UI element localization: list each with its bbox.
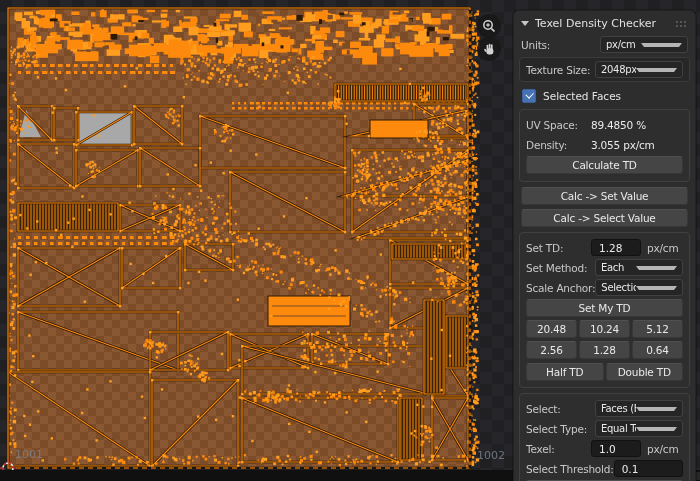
set-td-unit: px/cm [641,242,683,254]
chevron-down-icon [636,427,677,431]
half-td-button[interactable]: Half TD [526,363,604,381]
select-type-dropdown[interactable]: Equal To [595,420,683,437]
density-label: Density: [526,139,591,151]
set-td-box: Set TD: 1.28 px/cm Set Method: Each Scal… [519,232,690,388]
texel-label: Texel: [526,443,591,455]
collapse-chevron-icon[interactable] [521,21,529,26]
chevron-down-icon [641,43,682,47]
zoom-gizmo-button[interactable] [477,14,501,38]
set-method-value: Each [601,262,636,273]
select-box: Select: Faces (By Texel) Select Type: Eq… [519,393,690,481]
udim-tile-label-1001: 1001 [15,448,43,461]
uv-editor: 1001 1002 Texel Density Chec [0,0,700,481]
drag-handle-icon[interactable] [675,20,688,27]
selected-faces-label: Selected Faces [543,90,621,102]
chevron-down-icon [636,407,677,411]
checkmark-icon [525,90,533,98]
panel-title: Texel Density Checker [535,17,675,30]
uv-space-label: UV Space: [526,119,591,131]
preset-td-button-5-12[interactable]: 5.12 [632,320,683,338]
select-threshold-label: Select Threshold: [526,463,614,475]
texture-size-dropdown[interactable]: 2048px [595,61,683,78]
select-value: Faces (By Texel) [601,403,636,414]
select-type-label: Select Type: [526,423,595,435]
scale-anchor-label: Scale Anchor: [526,282,595,294]
texel-input[interactable]: 1.0 [591,440,641,457]
chevron-down-icon [636,68,677,72]
double-td-button[interactable]: Double TD [606,363,684,381]
texel-density-checker-panel: Texel Density Checker Units: px/cm Textu… [513,10,696,481]
panel-header[interactable]: Texel Density Checker [514,13,695,33]
scale-anchor-value: Selection [601,282,636,293]
select-type-value: Equal To [601,423,636,434]
set-method-label: Set Method: [526,262,595,274]
calc-set-value-button[interactable]: Calc -> Set Value [521,187,688,205]
preset-td-button-20-48[interactable]: 20.48 [526,320,577,338]
units-value: px/cm [606,39,641,50]
preset-td-button-2-56[interactable]: 2.56 [526,341,577,359]
preset-td-button-0-64[interactable]: 0.64 [632,341,683,359]
density-value: 3.055 px/cm [591,139,683,151]
set-my-td-button[interactable]: Set My TD [526,299,683,317]
texture-size-label: Texture Size: [526,64,595,76]
pan-gizmo-button[interactable] [477,37,501,61]
chevron-down-icon [636,286,677,290]
udim-tile-label-1002: 1002 [477,449,505,462]
select-dropdown[interactable]: Faces (By Texel) [595,400,683,417]
set-method-dropdown[interactable]: Each [595,259,683,276]
uv-space-value: 89.4850 % [591,119,683,131]
set-td-label: Set TD: [526,242,591,254]
texture-size-box: Texture Size: 2048px [519,57,690,82]
set-td-input[interactable]: 1.28 [591,239,641,256]
chevron-down-icon [636,266,677,270]
preset-td-button-10-24[interactable]: 10.24 [579,320,630,338]
selected-faces-checkbox[interactable] [522,89,536,103]
calculate-td-button[interactable]: Calculate TD [526,156,683,174]
select-label: Select: [526,403,595,415]
texture-size-value: 2048px [601,64,636,75]
scale-anchor-dropdown[interactable]: Selection [595,279,683,296]
units-label: Units: [521,39,600,51]
preset-td-button-1-28[interactable]: 1.28 [579,341,630,359]
pan-hand-icon [482,42,497,57]
texel-unit: px/cm [641,443,683,455]
zoom-in-icon [481,18,497,34]
calc-select-value-button[interactable]: Calc -> Select Value [521,209,688,227]
results-box: UV Space: 89.4850 % Density: 3.055 px/cm… [519,109,690,182]
units-dropdown[interactable]: px/cm [600,36,688,53]
select-threshold-input[interactable]: 0.1 [614,460,683,477]
